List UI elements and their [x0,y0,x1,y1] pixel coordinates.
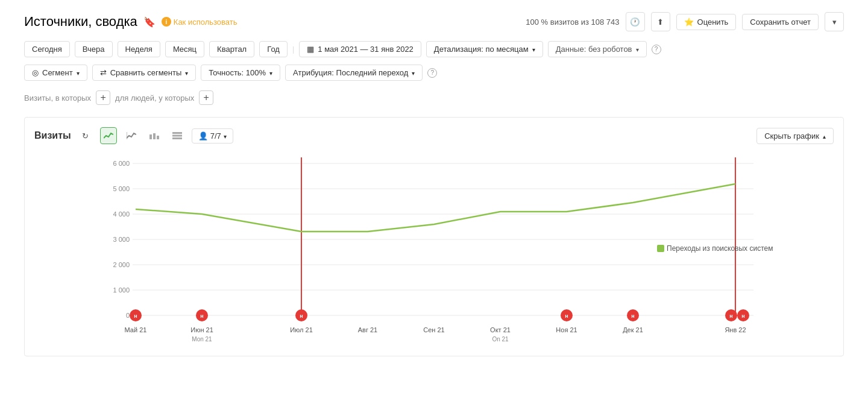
yesterday-btn[interactable]: Вчера [75,41,113,57]
svg-text:On 21: On 21 [492,336,509,343]
attribution-btn[interactable]: Атрибуция: Последний переход [285,65,423,81]
line-chart-btn[interactable] [100,127,117,144]
bookmark-icon[interactable]: 🔖 [143,16,156,28]
compare-icon: ⇄ [100,68,107,77]
hide-chart-label: Скрыть график [764,131,819,141]
svg-text:Янв 22: Янв 22 [725,326,746,333]
chart-section: Визиты ↻ 👤 7/7 [24,117,844,356]
today-btn[interactable]: Сегодня [24,41,70,57]
rate-icon: ⭐ [684,17,694,27]
svg-rect-2 [153,133,156,139]
svg-text:Июл 21: Июл 21 [290,326,313,333]
svg-text:Май 21: Май 21 [125,326,147,333]
svg-text:н: н [300,313,303,319]
filter-toolbar: ◎ Сегмент ⇄ Сравнить сегменты Точность: … [24,65,844,81]
week-btn[interactable]: Неделя [118,41,160,57]
export-icon-btn[interactable]: ⬆ [651,12,670,31]
visit-percentage: 100 % визитов из 108 743 [526,17,619,27]
svg-text:2 000: 2 000 [113,261,130,268]
svg-text:6 000: 6 000 [113,160,130,167]
svg-text:н: н [729,313,732,319]
svg-rect-1 [149,134,152,139]
svg-rect-4 [172,132,182,134]
hide-chevron [823,131,826,141]
help-icon[interactable]: ? [652,45,661,54]
segment-label: Сегмент [42,68,73,77]
data-chevron [636,45,639,54]
svg-text:5 000: 5 000 [113,185,130,192]
compare-btn[interactable]: ⇄ Сравнить сегменты [92,65,197,81]
svg-text:н: н [565,313,568,319]
page-title: Источники, сводка [24,14,137,30]
date-range-label: 1 мая 2021 — 31 янв 2022 [318,45,414,54]
date-toolbar: Сегодня Вчера Неделя Месяц Квартал Год |… [24,41,844,57]
svg-text:н: н [741,313,744,319]
attr-chevron [412,68,415,77]
compare-chevron [185,68,188,77]
detail-chevron [532,45,535,54]
refresh-chart-btn[interactable]: ↻ [77,127,94,144]
accuracy-btn[interactable]: Точность: 100% [201,65,280,81]
svg-rect-48 [657,245,664,252]
filter-row: Визиты, в которых + для людей, у которых… [24,90,844,105]
bar-chart-btn[interactable] [146,127,163,144]
svg-text:Mon 21: Mon 21 [192,336,212,343]
area-chart-btn[interactable] [123,127,140,144]
detail-label: Детализация: по месяцам [434,45,529,54]
chart-title: Визиты [34,130,71,141]
chart-svg: 6 000 5 000 4 000 3 000 2 000 1 000 0 н [34,151,834,344]
date-range-btn[interactable]: ▦ 1 мая 2021 — 31 янв 2022 [299,41,421,57]
detail-btn[interactable]: Детализация: по месяцам [426,41,543,57]
svg-text:н: н [134,313,137,319]
people-label: для людей, у которых [115,93,194,103]
svg-text:1 000: 1 000 [113,286,130,294]
svg-text:н: н [200,313,203,319]
svg-text:3 000: 3 000 [113,236,130,243]
svg-text:Окт 21: Окт 21 [490,326,511,333]
svg-text:Сен 21: Сен 21 [423,326,444,333]
svg-text:Июн 21: Июн 21 [190,326,213,333]
chart-container: 6 000 5 000 4 000 3 000 2 000 1 000 0 н [34,151,834,346]
svg-text:Дек 21: Дек 21 [623,326,643,333]
segment-chevron [77,68,80,77]
month-btn[interactable]: Месяц [165,41,204,57]
year-btn[interactable]: Год [259,41,288,57]
series-btn[interactable]: 👤 7/7 [192,128,233,144]
info-link-label: Как использовать [174,17,237,27]
svg-text:4 000: 4 000 [113,210,130,218]
svg-rect-5 [172,135,182,137]
separator: | [292,45,294,54]
svg-text:0: 0 [126,312,130,319]
quarter-btn[interactable]: Квартал [209,41,254,57]
segment-icon: ◎ [32,68,39,77]
svg-rect-3 [157,136,159,139]
data-btn[interactable]: Данные: без роботов [548,41,647,57]
info-link[interactable]: i Как использовать [162,17,237,27]
compare-label: Сравнить сегменты [110,68,182,77]
data-label: Данные: без роботов [556,45,632,54]
svg-text:Переходы из поисковых систем: Переходы из поисковых систем [667,244,773,253]
accuracy-label: Точность: 100% [209,68,266,77]
attr-help-icon[interactable]: ? [427,68,437,78]
attr-label: Атрибуция: Последний переход [293,68,408,77]
accuracy-chevron [269,68,272,77]
rate-label: Оценить [697,17,729,27]
add-visit-filter-btn[interactable]: + [96,90,110,105]
svg-text:Ноя 21: Ноя 21 [556,326,577,333]
svg-text:н: н [631,313,634,319]
hide-chart-btn[interactable]: Скрыть график [756,128,834,144]
dropdown-arrow-btn[interactable]: ▾ [825,12,844,31]
visits-label: Визиты, в которых [24,93,91,103]
save-report-button[interactable]: Сохранить отчет [742,14,819,30]
calendar-icon: ▦ [307,45,314,54]
table-chart-btn[interactable] [169,127,186,144]
series-icon: 👤 [198,131,208,141]
series-label: 7/7 [210,131,221,141]
info-icon: i [162,17,171,27]
svg-text:Авг 21: Авг 21 [358,326,377,333]
save-report-label: Сохранить отчет [750,17,811,27]
segment-btn[interactable]: ◎ Сегмент [24,65,87,81]
clock-icon-btn[interactable]: 🕐 [626,12,645,31]
add-people-filter-btn[interactable]: + [199,90,213,105]
rate-button[interactable]: ⭐ Оценить [676,14,737,30]
